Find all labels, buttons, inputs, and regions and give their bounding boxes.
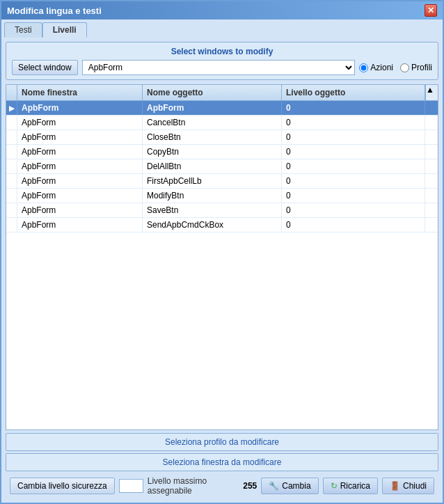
- ricarica-label: Ricarica: [340, 481, 370, 491]
- cell-nome-finestra: ApbForm: [17, 203, 143, 217]
- cambia-button[interactable]: 🔧 Cambia: [261, 478, 318, 494]
- col-nome-finestra: Nome finestra: [17, 85, 143, 100]
- radio-profili-label: Profili: [411, 63, 432, 72]
- cell-nome-oggetto: DelAllBtn: [143, 159, 282, 173]
- close-window-button[interactable]: ✕: [425, 4, 437, 17]
- livello-max-label: Livello massimo assegnabile: [148, 476, 238, 496]
- cell-nome-oggetto: ApbForm: [143, 101, 282, 115]
- row-arrow: [6, 145, 17, 159]
- table-body: ▶ ApbForm ApbForm 0 ApbForm CancelBtn 0 …: [6, 101, 438, 430]
- main-window: Modifica lingua e testi ✕ Testi Livelli …: [0, 0, 444, 504]
- cell-livello-oggetto: 0: [282, 203, 425, 217]
- row-arrow: ▶: [6, 101, 17, 115]
- status-profilo: Seleziona profilo da modificare: [6, 433, 438, 451]
- cell-livello-oggetto: 0: [282, 218, 425, 232]
- radio-profili[interactable]: Profili: [400, 63, 432, 72]
- cell-nome-finestra: ApbForm: [17, 130, 143, 144]
- table-row[interactable]: ApbForm CancelBtn 0: [6, 116, 438, 130]
- chiudi-label: Chiudi: [403, 481, 427, 491]
- cambia-label: Cambia: [282, 481, 310, 491]
- dropdown-wrapper: ApbForm: [82, 60, 356, 75]
- status-finestra: Seleziona finestra da modificare: [6, 453, 438, 471]
- table-row[interactable]: ApbForm CopyBtn 0: [6, 145, 438, 159]
- cell-nome-finestra: ApbForm: [17, 116, 143, 129]
- row-arrow: [6, 218, 17, 232]
- cell-livello-oggetto: 0: [282, 159, 425, 173]
- cell-livello-oggetto: 0: [282, 145, 425, 159]
- scrollbar-top-arrow[interactable]: ▲: [425, 85, 438, 100]
- cell-nome-oggetto: SaveBtn: [143, 203, 282, 217]
- select-window-button[interactable]: Select window: [12, 60, 78, 75]
- radio-group: Azioni Profili: [359, 63, 432, 72]
- col-arrow: [6, 85, 17, 100]
- cell-nome-oggetto: FirstApbCellLb: [143, 174, 282, 188]
- table-row[interactable]: ApbForm DelAllBtn 0: [6, 159, 438, 174]
- ricarica-icon: ↻: [331, 481, 338, 491]
- cell-livello-oggetto: 0: [282, 174, 425, 188]
- window-dropdown[interactable]: ApbForm: [82, 60, 356, 75]
- row-arrow: [6, 189, 17, 203]
- cell-nome-finestra: ApbForm: [17, 174, 143, 188]
- col-livello-oggetto: Livello oggetto: [282, 85, 425, 100]
- table-row[interactable]: ApbForm FirstApbCellLb 0: [6, 174, 438, 189]
- ricarica-button[interactable]: ↻ Ricarica: [323, 478, 378, 494]
- cell-nome-finestra: ApbForm: [17, 218, 143, 232]
- table-row[interactable]: ApbForm CloseBtn 0: [6, 130, 438, 145]
- table-row[interactable]: ApbForm SendApbCmdCkBox 0: [6, 218, 438, 233]
- select-windows-title: Select windows to modify: [12, 47, 432, 56]
- objects-table: Nome finestra Nome oggetto Livello ogget…: [6, 84, 438, 430]
- cell-nome-oggetto: ModifyBtn: [143, 189, 282, 203]
- bottom-bar: Cambia livello sicurezza Livello massimo…: [6, 473, 438, 498]
- radio-profili-input[interactable]: [400, 63, 409, 72]
- row-arrow: [6, 159, 17, 173]
- table-row[interactable]: ApbForm SaveBtn 0: [6, 203, 438, 218]
- chiudi-button[interactable]: 🚪 Chiudi: [382, 478, 434, 494]
- livello-input[interactable]: [119, 479, 143, 493]
- cell-nome-finestra: ApbForm: [17, 159, 143, 173]
- select-windows-panel: Select windows to modify Select window A…: [6, 42, 438, 80]
- cell-livello-oggetto: 0: [282, 101, 425, 115]
- tabs-bar: Testi Livelli: [1, 19, 443, 38]
- content-area: Select windows to modify Select window A…: [1, 38, 443, 503]
- col-nome-oggetto: Nome oggetto: [143, 85, 282, 100]
- row-arrow: [6, 174, 17, 188]
- cell-livello-oggetto: 0: [282, 130, 425, 144]
- cambia-icon: 🔧: [269, 481, 279, 491]
- table-row[interactable]: ApbForm ModifyBtn 0: [6, 189, 438, 203]
- row-arrow: [6, 130, 17, 144]
- table-row[interactable]: ▶ ApbForm ApbForm 0: [6, 101, 438, 116]
- window-title: Modifica lingua e testi: [7, 6, 102, 16]
- cell-nome-finestra: ApbForm: [17, 101, 143, 115]
- cell-nome-finestra: ApbForm: [17, 145, 143, 159]
- table-header: Nome finestra Nome oggetto Livello ogget…: [6, 85, 438, 101]
- row-arrow: [6, 203, 17, 217]
- radio-azioni[interactable]: Azioni: [359, 63, 393, 72]
- tab-livelli[interactable]: Livelli: [42, 22, 87, 38]
- cell-livello-oggetto: 0: [282, 116, 425, 129]
- livello-max-value: 255: [243, 481, 257, 491]
- row-arrow: [6, 116, 17, 129]
- chiudi-icon: 🚪: [390, 481, 400, 491]
- title-bar: Modifica lingua e testi ✕: [1, 1, 443, 19]
- cell-nome-oggetto: CancelBtn: [143, 116, 282, 129]
- cambia-livello-button[interactable]: Cambia livello sicurezza: [10, 478, 115, 494]
- cell-nome-finestra: ApbForm: [17, 189, 143, 203]
- cell-nome-oggetto: CloseBtn: [143, 130, 282, 144]
- radio-azioni-input[interactable]: [359, 63, 368, 72]
- cell-livello-oggetto: 0: [282, 189, 425, 203]
- select-windows-row: Select window ApbForm Azioni Profili: [12, 60, 432, 75]
- cell-nome-oggetto: SendApbCmdCkBox: [143, 218, 282, 232]
- tab-testi[interactable]: Testi: [4, 22, 42, 38]
- cell-nome-oggetto: CopyBtn: [143, 145, 282, 159]
- radio-azioni-label: Azioni: [370, 63, 393, 72]
